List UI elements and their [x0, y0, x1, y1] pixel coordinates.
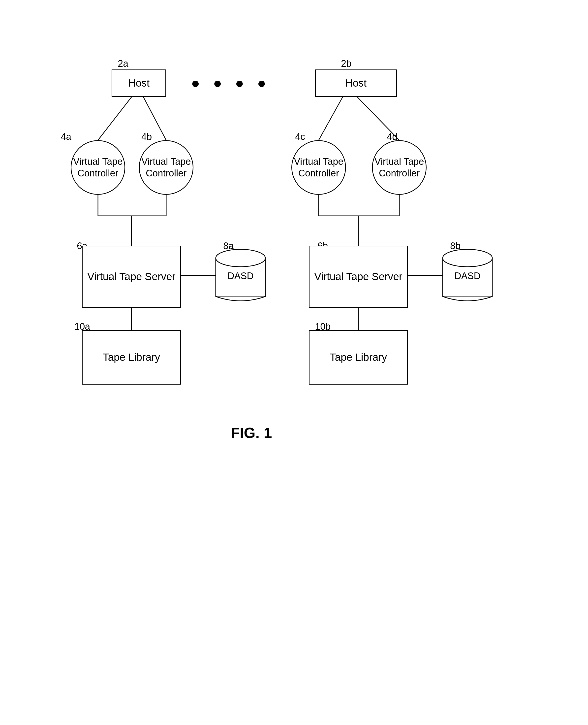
svg-point-17 [216, 249, 265, 267]
ref-4a: 4a [61, 131, 71, 142]
ref-4c: 4c [295, 131, 305, 142]
svg-line-0 [98, 96, 133, 140]
tape-library-10a-box: Tape Library [82, 330, 181, 385]
svg-text:DASD: DASD [454, 271, 481, 281]
host-2b-box: Host [315, 69, 397, 97]
tape-library-10b-box: Tape Library [309, 330, 408, 385]
dots-separator: ● ● ● ● [191, 75, 271, 91]
ref-2a: 2a [118, 58, 128, 69]
svg-point-20 [443, 249, 492, 267]
vts-6a-box: Virtual Tape Server [82, 246, 181, 308]
svg-line-2 [319, 96, 343, 140]
dasd-8a-cylinder: DASD [213, 248, 268, 305]
vtc-4a-circle: Virtual Tape Controller [71, 140, 125, 195]
vtc-4b-circle: Virtual Tape Controller [139, 140, 193, 195]
svg-text:DASD: DASD [227, 271, 254, 281]
ref-4b: 4b [141, 131, 152, 142]
vts-6b-box: Virtual Tape Server [309, 246, 408, 308]
ref-2b: 2b [341, 58, 351, 69]
figure-label: FIG. 1 [231, 424, 272, 441]
diagram-container: 2a 2b Host Host ● ● ● ● 4a 4b 4c 4d Virt… [45, 45, 541, 665]
vtc-4d-circle: Virtual Tape Controller [372, 140, 426, 195]
host-2a-box: Host [111, 69, 166, 97]
vtc-4c-circle: Virtual Tape Controller [291, 140, 346, 195]
dasd-8b-cylinder: DASD [440, 248, 495, 305]
